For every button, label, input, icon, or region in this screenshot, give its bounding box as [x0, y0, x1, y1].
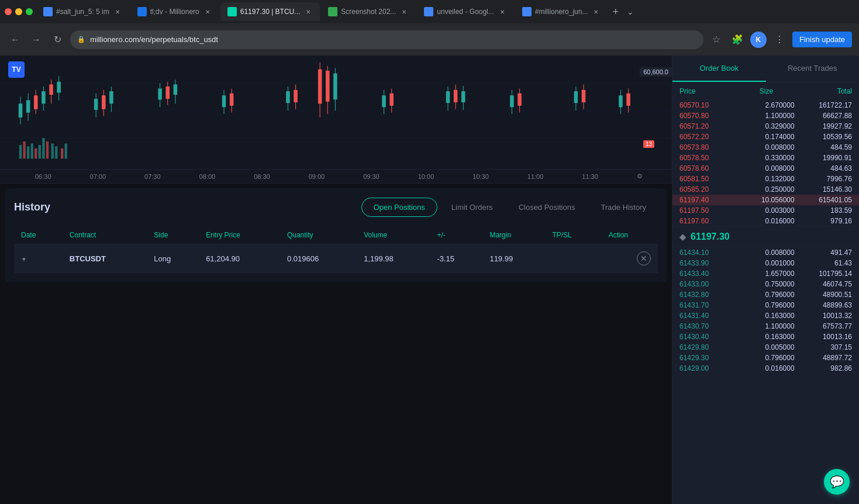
tab-close-1[interactable]: ✕	[113, 7, 122, 16]
tab-limit-orders[interactable]: Limit Orders	[440, 198, 505, 217]
browser-tab-3[interactable]: 61197.30 | BTCU... ✕	[220, 2, 320, 21]
bookmark-button[interactable]: ☆	[708, 32, 725, 48]
svg-rect-19	[26, 100, 30, 112]
browser-tab-2[interactable]: tl;dv - Millionero ✕	[130, 2, 219, 21]
svg-rect-33	[109, 91, 113, 103]
ob-ask-row: 60585.200.25000015146.30	[672, 184, 859, 195]
ob-ask-price: 60585.20	[679, 185, 737, 194]
time-label-0800: 08:00	[199, 173, 216, 180]
tab-label-5: unveiled - Googl...	[437, 8, 494, 16]
time-label-0930: 09:30	[363, 173, 380, 180]
ob-bid-total: 48899.63	[795, 301, 852, 309]
browser-tab-1[interactable]: #salt_jun_5: 5 im ✕	[36, 2, 129, 21]
ob-bid-price: 61432.80	[679, 291, 737, 299]
ob-bid-size: 0.750000	[737, 280, 794, 288]
history-panel: History Open Positions Limit Orders Clos…	[5, 188, 667, 282]
history-tabs: Open Positions Limit Orders Closed Posit…	[361, 198, 658, 217]
svg-rect-53	[333, 74, 337, 100]
tab-bar: #salt_jun_5: 5 im ✕ tl;dv - Millionero ✕…	[0, 0, 859, 23]
tab-closed-positions[interactable]: Closed Positions	[507, 198, 587, 217]
svg-rect-0	[0, 56, 672, 169]
ob-ask-size: 0.008000	[737, 143, 794, 151]
tab-trade-history[interactable]: Trade History	[589, 198, 658, 217]
browser-tab-4[interactable]: Screenshot 202... ✕	[321, 2, 416, 21]
tab-close-3[interactable]: ✕	[303, 7, 313, 16]
ob-bid-total: 307.15	[795, 343, 852, 351]
tab-favicon-3	[227, 7, 237, 16]
ob-ask-size: 0.132000	[737, 175, 794, 183]
browser-tab-5[interactable]: unveiled - Googl... ✕	[417, 2, 513, 21]
orderbook-header: Price Size Total	[672, 82, 859, 100]
row-margin: 119.99	[482, 244, 545, 273]
address-bar[interactable]: 🔒 millionero.com/en/perpetuals/btc_usdt	[70, 30, 703, 49]
svg-rect-73	[619, 95, 623, 107]
tab-open-positions[interactable]: Open Positions	[361, 198, 437, 217]
traffic-light-green[interactable]	[26, 8, 33, 15]
svg-rect-27	[57, 82, 61, 93]
col-header-contract: Contract	[63, 226, 147, 244]
ob-ask-row: 60581.500.1320007996.76	[672, 174, 859, 184]
finish-update-button[interactable]: Finish update	[792, 32, 852, 47]
svg-rect-10	[42, 138, 44, 158]
reload-button[interactable]: ↻	[49, 32, 65, 48]
close-position-button[interactable]: ✕	[637, 251, 651, 265]
time-label-1100: 11:00	[527, 173, 544, 180]
tab-favicon-4	[328, 7, 337, 16]
ob-ask-total: 161722.17	[795, 101, 852, 109]
tab-close-4[interactable]: ✕	[399, 7, 409, 16]
svg-rect-67	[518, 94, 522, 106]
profile-button[interactable]: K	[750, 32, 767, 48]
row-quantity: 0.019606	[280, 244, 357, 273]
tab-close-2[interactable]: ✕	[203, 7, 212, 16]
col-header-side: Side	[147, 226, 199, 244]
menu-button[interactable]: ⋮	[771, 32, 788, 48]
tab-close-5[interactable]: ✕	[498, 7, 507, 16]
tab-order-book[interactable]: Order Book	[672, 56, 766, 82]
tab-favicon-6	[522, 7, 532, 16]
tv-icon: TV	[8, 61, 25, 78]
ob-ask-size: 0.250000	[737, 185, 794, 194]
forward-button[interactable]: →	[28, 32, 44, 48]
svg-rect-31	[102, 95, 106, 109]
extensions-button[interactable]: 🧩	[729, 32, 746, 48]
price-label-high: 60,600.0	[640, 67, 672, 77]
ob-ask-row: 60573.800.008000484.59	[672, 142, 859, 153]
tab-list-button[interactable]: ⌄	[623, 7, 637, 16]
ob-bid-row: 61432.800.79600048900.51	[672, 289, 859, 300]
tradingview-logo: TV	[7, 60, 26, 79]
browser-tab-6[interactable]: #millionero_jun... ✕	[515, 2, 608, 21]
svg-rect-49	[318, 70, 322, 104]
svg-rect-61	[454, 90, 458, 102]
back-button[interactable]: ←	[7, 32, 23, 48]
ob-bid-price: 61430.40	[679, 333, 737, 341]
ob-bid-row: 61429.300.79600048897.72	[672, 353, 859, 363]
ob-bid-size: 0.001000	[737, 259, 794, 267]
svg-rect-59	[446, 91, 450, 103]
tab-recent-trades[interactable]: Recent Trades	[766, 56, 860, 82]
lock-icon: 🔒	[77, 36, 85, 43]
main-content: TV 60,600.0 13	[0, 56, 859, 504]
new-tab-button[interactable]: +	[609, 6, 622, 18]
time-label-1130: 11:30	[582, 173, 598, 180]
time-label-0900: 09:00	[309, 173, 325, 180]
tab-label-3: 61197.30 | BTCU...	[240, 8, 301, 16]
ob-ask-row-highlight: 61197.4010.056000615401.05	[672, 195, 859, 205]
ob-header-size: Size	[760, 87, 773, 95]
tab-label-2: tl;dv - Millionero	[150, 8, 199, 16]
row-expand-arrow[interactable]: ▼	[14, 244, 63, 273]
tab-label-1: #salt_jun_5: 5 im	[56, 8, 109, 16]
chat-fab-button[interactable]: 💬	[824, 469, 850, 495]
svg-rect-57	[389, 94, 394, 106]
time-label-1030: 10:30	[472, 173, 489, 180]
traffic-light-red[interactable]	[5, 8, 12, 15]
col-header-pnl: +/-	[430, 226, 482, 244]
traffic-light-yellow[interactable]	[15, 8, 22, 15]
col-header-date: Date	[14, 226, 63, 244]
ob-header-total: Total	[837, 87, 852, 95]
tab-close-6[interactable]: ✕	[591, 7, 601, 16]
mid-price-value: 61197.30	[691, 232, 730, 242]
svg-rect-14	[61, 149, 63, 159]
col-header-tpsl: TP/SL	[545, 226, 601, 244]
row-volume: 1,199.98	[357, 244, 430, 273]
chart-settings-icon[interactable]: ⚙	[637, 172, 643, 180]
